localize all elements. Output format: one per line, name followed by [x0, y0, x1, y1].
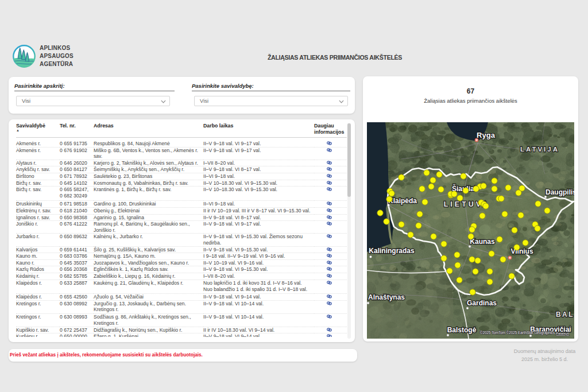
svg-text:Balstogė: Balstogė [447, 326, 477, 334]
svg-text:Kaunas: Kaunas [470, 238, 495, 246]
svg-text:LATVIJA: LATVIJA [520, 146, 559, 153]
svg-text:BAL: BAL [556, 311, 574, 319]
svg-text:Kaliningradas: Kaliningradas [369, 247, 415, 255]
svg-text:Klaipėda: Klaipėda [388, 197, 417, 205]
svg-text:Pataisyti: Pataisyti [556, 332, 569, 335]
svg-text:Daugpilis: Daugpilis [546, 188, 574, 196]
svg-text:Gardinas: Gardinas [467, 299, 497, 307]
svg-text:Alnaštynas: Alnaštynas [368, 293, 405, 301]
svg-text:Ryga: Ryga [477, 131, 496, 139]
svg-text:©2025 TomTom ©2025 EarthStar: ©2025 TomTom ©2025 EarthStar Geographics [480, 331, 555, 335]
